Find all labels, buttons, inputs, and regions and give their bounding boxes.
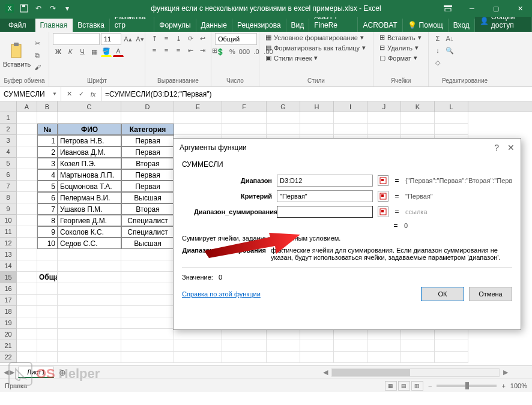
cut-icon[interactable]: ✂ xyxy=(32,38,43,49)
cell[interactable] xyxy=(17,283,37,295)
row-header[interactable]: 18 xyxy=(0,306,17,317)
cell[interactable] xyxy=(300,352,334,363)
cell[interactable] xyxy=(121,329,174,340)
formula-input[interactable]: =СУММЕСЛИ(D3:D12;"Первая") xyxy=(101,90,532,98)
arg-sumrange-input[interactable] xyxy=(277,206,373,218)
cell[interactable]: 4 xyxy=(37,169,58,181)
cell[interactable] xyxy=(37,249,58,260)
minimize-icon[interactable]: ─ xyxy=(460,0,484,17)
align-center-icon[interactable]: ≡ xyxy=(161,45,172,56)
cell[interactable] xyxy=(17,317,37,329)
decrease-font-icon[interactable]: A▾ xyxy=(135,34,145,44)
row-header[interactable]: 1 xyxy=(0,112,17,124)
cell[interactable] xyxy=(37,112,58,124)
cell[interactable] xyxy=(58,295,121,306)
tab-file[interactable]: Файл xyxy=(0,19,35,32)
delete-cells-button[interactable]: ⊟Удалить ▾ xyxy=(377,43,421,52)
col-header[interactable]: H xyxy=(300,101,334,112)
cell[interactable] xyxy=(267,340,300,352)
tab-review[interactable]: Рецензирова xyxy=(232,19,286,32)
row-header[interactable]: 3 xyxy=(0,135,17,146)
format-cells-button[interactable]: ▢Формат ▾ xyxy=(377,53,420,62)
select-all-corner[interactable] xyxy=(0,101,17,112)
cell[interactable] xyxy=(58,112,121,124)
cell[interactable] xyxy=(58,306,121,317)
cell[interactable] xyxy=(222,124,267,135)
fx-icon[interactable]: fx xyxy=(88,89,98,100)
cell[interactable]: 6 xyxy=(37,192,58,203)
zoom-level[interactable]: 100% xyxy=(510,382,527,389)
cell[interactable] xyxy=(174,340,222,352)
cell[interactable]: Первая xyxy=(121,146,174,158)
cell[interactable] xyxy=(37,295,58,306)
page-break-view-icon[interactable]: ▥ xyxy=(411,381,423,391)
cell[interactable] xyxy=(58,249,121,260)
dialog-titlebar[interactable]: Аргументы функции ? ✕ xyxy=(174,139,521,157)
cell[interactable] xyxy=(58,329,121,340)
cell[interactable] xyxy=(267,124,300,135)
sheet-nav-next-icon[interactable]: ▶ xyxy=(10,368,14,376)
copy-icon[interactable]: ⧉ xyxy=(32,50,43,61)
cell[interactable]: Специалист xyxy=(121,215,174,226)
cell[interactable] xyxy=(17,203,37,215)
cell[interactable]: 9 xyxy=(37,226,58,238)
number-format-select[interactable] xyxy=(215,33,257,45)
cell[interactable] xyxy=(17,215,37,226)
cell[interactable] xyxy=(174,124,222,135)
paste-button[interactable]: Вставить xyxy=(4,43,30,68)
dialog-help-link[interactable]: Справка по этой функции xyxy=(182,290,261,298)
row-header[interactable]: 14 xyxy=(0,260,17,272)
cell[interactable] xyxy=(37,352,58,363)
row-header[interactable]: 20 xyxy=(0,329,17,340)
cell[interactable] xyxy=(37,283,58,295)
scroll-thumb[interactable] xyxy=(332,369,410,376)
close-icon[interactable]: ✕ xyxy=(508,0,532,17)
qat-customize-icon[interactable]: ▾ xyxy=(61,2,73,14)
format-as-table-button[interactable]: ▤Форматировать как таблицу ▾ xyxy=(263,43,368,52)
cell[interactable]: 7 xyxy=(37,203,58,215)
cell[interactable] xyxy=(267,112,300,124)
cell[interactable] xyxy=(300,329,334,340)
align-middle-icon[interactable]: ≡ xyxy=(161,33,172,44)
row-header[interactable]: 6 xyxy=(0,169,17,181)
tab-view[interactable]: Вид xyxy=(286,19,310,32)
cell[interactable] xyxy=(435,112,468,124)
row-header[interactable]: 9 xyxy=(0,203,17,215)
cell[interactable]: Седов С.С. xyxy=(58,238,121,249)
refedit-icon[interactable] xyxy=(378,175,388,186)
row-header[interactable]: 10 xyxy=(0,215,17,226)
cell[interactable] xyxy=(58,272,121,283)
cell[interactable]: Петрова Н.В. xyxy=(58,135,121,146)
cell[interactable]: ФИО xyxy=(58,124,121,135)
font-color-icon[interactable]: A xyxy=(113,46,124,57)
cell[interactable] xyxy=(121,340,174,352)
cell[interactable] xyxy=(367,329,401,340)
currency-icon[interactable]: 💲 xyxy=(215,46,226,57)
col-header[interactable]: K xyxy=(401,101,435,112)
cell[interactable] xyxy=(267,352,300,363)
cell[interactable]: Козел П.Э. xyxy=(58,158,121,169)
cell[interactable] xyxy=(222,329,267,340)
cell[interactable] xyxy=(174,352,222,363)
autosum-icon[interactable]: Σ xyxy=(432,33,443,44)
col-header[interactable]: B xyxy=(37,101,58,112)
cell[interactable] xyxy=(17,135,37,146)
tab-acrobat[interactable]: ACROBAT xyxy=(358,19,402,32)
tell-me[interactable]: 💡Помощ xyxy=(403,19,449,32)
cell[interactable]: Иванова Д.М. xyxy=(58,146,121,158)
tab-insert[interactable]: Вставка xyxy=(73,19,110,32)
arg-range-input[interactable] xyxy=(277,175,373,187)
fill-icon[interactable]: ↓ xyxy=(432,45,443,56)
cell[interactable]: Вторая xyxy=(121,203,174,215)
cell[interactable] xyxy=(37,317,58,329)
percent-icon[interactable]: % xyxy=(227,46,238,57)
sheet-nav-prev-icon[interactable]: ◀ xyxy=(4,368,8,376)
row-header[interactable]: 16 xyxy=(0,283,17,295)
scroll-right-icon[interactable]: ▶ xyxy=(503,368,508,376)
col-header[interactable]: J xyxy=(367,101,401,112)
cell[interactable] xyxy=(267,329,300,340)
scroll-left-icon[interactable]: ◀ xyxy=(323,368,328,376)
zoom-out-icon[interactable]: − xyxy=(428,382,432,389)
wrap-text-icon[interactable]: ↩ xyxy=(197,33,208,44)
decrease-indent-icon[interactable]: ⇤ xyxy=(185,45,196,56)
